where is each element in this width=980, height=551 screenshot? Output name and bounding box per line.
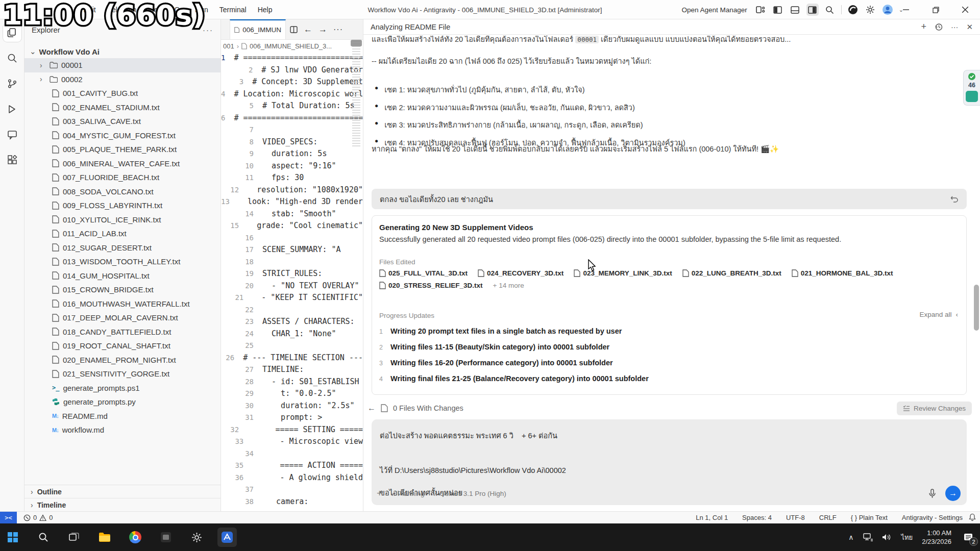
breadcrumb[interactable]: 001› 006_IMMUNE_SHIELD_3... <box>221 40 363 52</box>
antigravity-logo-icon[interactable] <box>847 4 859 16</box>
code-line-29[interactable]: 29 t: "0.0-2.5" <box>221 389 363 401</box>
explorer-item-010_XYLITOL_ICE_RINK.txt[interactable]: 010_XYLITOL_ICE_RINK.txt <box>24 213 220 227</box>
tab-006-immune[interactable]: 006_IMMUN <box>230 19 286 39</box>
code-line-32[interactable]: 32 ===== SETTING ===== <box>221 425 363 437</box>
explorer-item-021_SENSITIVITY_GORGE.txt[interactable]: 021_SENSITIVITY_GORGE.txt <box>24 367 220 381</box>
maximize-button[interactable] <box>921 0 950 19</box>
volume-icon[interactable] <box>882 533 892 541</box>
split-editor-icon[interactable] <box>290 26 298 33</box>
explorer-item-006_MINERAL_WATER_CAFE.txt[interactable]: 006_MINERAL_WATER_CAFE.txt <box>24 157 220 171</box>
expand-all-button[interactable]: Expand all‹ <box>919 311 958 318</box>
model-select[interactable]: ∧ Gemini 3.1 Pro (High) <box>433 490 506 497</box>
code-line-36[interactable]: 36 - A glowing shield <box>221 473 363 485</box>
new-chat-icon[interactable]: + <box>921 21 926 32</box>
extensions-icon[interactable] <box>3 151 21 169</box>
code-line-7[interactable]: 7 <box>221 125 363 137</box>
nav-forward-icon[interactable]: → <box>318 24 327 35</box>
outline-section[interactable]: ›Outline <box>24 485 220 498</box>
explorer-item-005_PLAQUE_THEME_PARK.txt[interactable]: 005_PLAQUE_THEME_PARK.txt <box>24 142 220 157</box>
chat-composer[interactable]: ต่อไปจะสร้าง พอดแคตธรรมะ พระเทศ 6 วิ + 6… <box>372 419 967 505</box>
layout-panel-icon[interactable] <box>789 4 801 16</box>
search-sidebar-icon[interactable] <box>3 49 21 67</box>
panel-scrollbar-thumb[interactable] <box>974 285 979 331</box>
code-line-13[interactable]: 13 look: "High-end 3D render" <box>221 197 363 209</box>
review-changes-button[interactable]: Review Changes <box>897 402 972 415</box>
network-icon[interactable] <box>863 533 873 542</box>
source-control-icon[interactable] <box>3 74 21 93</box>
file-chip-025_FULL_VITAL_3D.txt[interactable]: 025_FULL_VITAL_3D.txt <box>379 269 468 277</box>
search-icon[interactable] <box>824 4 836 16</box>
code-line-14[interactable]: 14 stab: "Smooth" <box>221 209 363 221</box>
more-files-label[interactable]: + 14 more <box>493 282 524 289</box>
chat-scroll-area[interactable]: และเพื่อให้ผมสร้างไฟล์ทั้ง 20 ไอเดียที่ค… <box>363 35 980 511</box>
planning-mode-select[interactable]: ∧ Planning <box>391 490 424 497</box>
explorer-item-013_WISDOM_TOOTH_ALLEY.txt[interactable]: 013_WISDOM_TOOTH_ALLEY.txt <box>24 255 220 269</box>
chat-icon[interactable] <box>3 126 21 144</box>
minimap[interactable] <box>352 41 360 148</box>
taskbar-clock[interactable]: 1:00 AM 2/23/2026 <box>922 529 951 546</box>
panel-close-icon[interactable]: ✕ <box>966 22 973 32</box>
editor-more-icon[interactable]: ··· <box>333 25 343 34</box>
explorer-item-README.md[interactable]: M↓README.md <box>24 409 220 423</box>
open-agent-manager-button[interactable]: Open Agent Manager <box>681 6 747 14</box>
code-line-21[interactable]: 21 - "KEEP IT SCIENTIFIC" <box>221 293 363 305</box>
progress-item-4[interactable]: 4Writing final files 21-25 (Balance/Reco… <box>379 374 941 383</box>
language-indicator[interactable]: ไทย <box>901 532 913 543</box>
code-area[interactable]: 1# ==============================2# SJ l… <box>221 53 363 511</box>
explorer-item-018_CANDY_BATTLEFIELD.txt[interactable]: 018_CANDY_BATTLEFIELD.txt <box>24 325 220 339</box>
antigravity-app-icon[interactable] <box>217 528 237 547</box>
code-line-27[interactable]: 27TIMELINE: <box>221 365 363 377</box>
explorer-item-workflow.md[interactable]: M↓workflow.md <box>24 423 220 437</box>
code-line-20[interactable]: 20 - "NO TEXT OVERLAY" <box>221 281 363 293</box>
code-line-3[interactable]: 3# Concept: 3D Supplement <box>221 77 363 89</box>
code-line-38[interactable]: 38 camera: <box>221 497 363 509</box>
menu-terminal[interactable]: Terminal <box>215 4 251 16</box>
code-line-33[interactable]: 33 - Microscopic view <box>221 437 363 449</box>
explorer-item-008_SODA_VOLCANO.txt[interactable]: 008_SODA_VOLCANO.txt <box>24 185 220 199</box>
task-view-icon[interactable] <box>64 528 84 547</box>
code-line-28[interactable]: 28 - id: S01_ESTABLISH <box>221 377 363 389</box>
code-line-31[interactable]: 31 prompt: > <box>221 413 363 425</box>
explorer-item-00001[interactable]: ›00001 <box>24 58 220 72</box>
explorer-item-001_CAVITY_BUG.txt[interactable]: 001_CAVITY_BUG.txt <box>24 86 220 101</box>
remote-indicator[interactable]: >< <box>0 512 17 523</box>
explorer-item-019_ROOT_CANAL_SHAFT.txt[interactable]: 019_ROOT_CANAL_SHAFT.txt <box>24 339 220 353</box>
explorer-item-generate_prompts.ps1[interactable]: >_generate_prompts.ps1 <box>24 381 220 395</box>
code-line-37[interactable]: 37 <box>221 485 363 497</box>
attach-button[interactable]: + <box>377 488 382 499</box>
tray-chevron-up-icon[interactable]: ∧ <box>848 533 853 541</box>
composer-text-line2[interactable]: ไว้ที่ D:\Users\sj88studio\Pictures\Work… <box>380 464 566 476</box>
progress-item-1[interactable]: 1Writing 20 prompt text files in a singl… <box>379 327 941 335</box>
explorer-item-012_SUGAR_DESERT.txt[interactable]: 012_SUGAR_DESERT.txt <box>24 241 220 255</box>
file-chip-021_HORMONE_BAL_3D.txt[interactable]: 021_HORMONE_BAL_3D.txt <box>792 269 893 277</box>
code-line-19[interactable]: 19STRICT_RULES: <box>221 269 363 281</box>
explorer-item-002_ENAMEL_STADIUM.txt[interactable]: 002_ENAMEL_STADIUM.txt <box>24 101 220 115</box>
explorer-item-015_CROWN_BRIDGE.txt[interactable]: 015_CROWN_BRIDGE.txt <box>24 283 220 297</box>
code-line-26[interactable]: 26# --- TIMELINE SECTION --- <box>221 353 363 365</box>
send-button[interactable]: → <box>945 486 961 501</box>
layout-sidebar-left-icon[interactable] <box>772 4 784 16</box>
progress-item-3[interactable]: 3Writing files 16-20 (Performance catego… <box>379 359 941 367</box>
explorer-item-020_ENAMEL_PROM_NIGHT.txt[interactable]: 020_ENAMEL_PROM_NIGHT.txt <box>24 353 220 367</box>
status-ln-1-col-1[interactable]: Ln 1, Col 1 <box>696 514 728 521</box>
code-line-15[interactable]: 15 grade: "Cool cinematic" <box>221 221 363 233</box>
composer-text-line1[interactable]: ต่อไปจะสร้าง พอดแคตธรรมะ พระเทศ 6 วิ + 6… <box>380 430 557 441</box>
explorer-item-014_GUM_HOSPITAL.txt[interactable]: 014_GUM_HOSPITAL.txt <box>24 269 220 283</box>
mic-button[interactable] <box>928 489 936 498</box>
code-line-24[interactable]: 24 CHAR_1: "None" <box>221 329 363 341</box>
code-line-2[interactable]: 2# SJ lnw VDO Generator <box>221 65 363 78</box>
code-line-12[interactable]: 12 resolution: "551x980" <box>221 185 363 197</box>
code-line-9[interactable]: 9 duration: 5s <box>221 149 363 161</box>
explorer-root-folder[interactable]: ⌄ Workflow Vdo Ai <box>24 45 220 58</box>
explorer-item-003_SALIVA_CAVE.txt[interactable]: 003_SALIVA_CAVE.txt <box>24 114 220 129</box>
menu-help[interactable]: Help <box>253 4 277 16</box>
close-button[interactable] <box>950 0 980 19</box>
layout-sidebar-right-icon[interactable] <box>806 4 819 16</box>
floating-score-widget[interactable]: 46 <box>963 70 980 106</box>
code-line-18[interactable]: 18 <box>221 257 363 269</box>
timeline-section[interactable]: ›Timeline <box>24 498 220 511</box>
file-chip-024_RECOVERY_3D.txt[interactable]: 024_RECOVERY_3D.txt <box>478 269 564 277</box>
editor-scrollbar-thumb[interactable] <box>351 40 362 46</box>
code-line-10[interactable]: 10 aspect: "9:16" <box>221 161 363 173</box>
progress-item-2[interactable]: 2Writing files 11-15 (Beauty/Skin catego… <box>379 343 941 351</box>
